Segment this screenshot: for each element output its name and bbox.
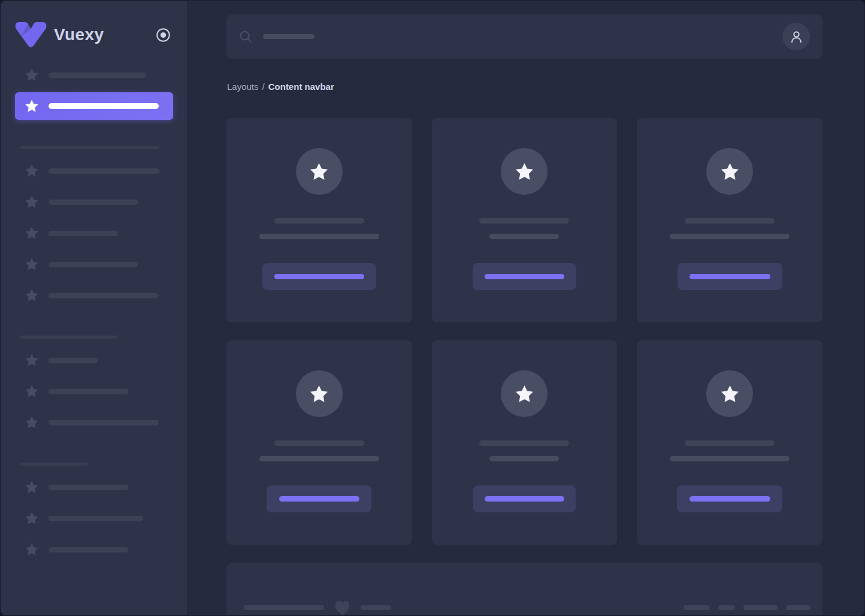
star-icon [25, 384, 39, 398]
sidebar-menu [15, 61, 173, 563]
card-subtitle-skeleton [489, 456, 559, 461]
star-icon [515, 162, 534, 182]
sidebar-item[interactable] [15, 282, 173, 309]
footer-link-skeleton [683, 605, 710, 610]
user-avatar[interactable] [782, 23, 810, 50]
button-label-skeleton [485, 496, 564, 502]
sidebar-pin-toggle[interactable] [156, 28, 171, 43]
card-subtitle-skeleton [259, 456, 379, 461]
feature-card [637, 340, 822, 545]
star-icon [25, 511, 39, 526]
heart-icon [334, 599, 351, 615]
breadcrumb: Layouts / Content navbar [227, 81, 822, 92]
feature-card [226, 118, 412, 322]
sidebar-item-active[interactable] [15, 92, 173, 120]
card-title-skeleton [685, 218, 775, 224]
card-title-skeleton [479, 218, 569, 224]
sidebar-item[interactable] [15, 505, 173, 532]
sidebar-item[interactable] [15, 250, 173, 278]
card-avatar-circle [501, 148, 548, 195]
sidebar-item[interactable] [15, 157, 173, 185]
card-avatar-circle [706, 370, 753, 417]
button-label-skeleton [689, 274, 770, 279]
star-icon [25, 226, 39, 240]
card-button[interactable] [473, 263, 576, 290]
sidebar-item-label-skeleton [49, 262, 138, 267]
sidebar-item[interactable] [15, 61, 173, 89]
star-icon [25, 164, 39, 178]
app-window: Vuexy [0, 0, 865, 616]
star-icon [309, 384, 329, 404]
card-subtitle-skeleton [489, 234, 559, 239]
sidebar-item-label-skeleton [49, 73, 146, 78]
breadcrumb-parent[interactable]: Layouts [227, 81, 259, 92]
footer-credit-skeleton [361, 605, 391, 610]
page-footer [226, 563, 822, 615]
footer-link-skeleton [718, 605, 735, 610]
sidebar-section-divider [20, 336, 118, 339]
person-icon [788, 29, 804, 45]
search-icon [239, 30, 253, 44]
star-icon [720, 384, 740, 404]
sidebar-item-label-skeleton [49, 516, 143, 521]
search-input[interactable] [239, 30, 782, 44]
sidebar-item[interactable] [15, 409, 173, 436]
radio-circle-icon [156, 28, 171, 43]
card-title-skeleton [274, 218, 364, 224]
card-avatar-circle [501, 370, 548, 417]
card-button[interactable] [267, 485, 371, 512]
star-icon [309, 162, 329, 182]
button-label-skeleton [274, 274, 364, 279]
sidebar-header: Vuexy [15, 22, 173, 48]
star-icon [25, 480, 39, 494]
card-title-skeleton [479, 440, 569, 446]
sidebar-item-label-skeleton [49, 103, 159, 109]
sidebar-item[interactable] [15, 346, 173, 374]
card-title-skeleton [685, 440, 775, 446]
star-icon [515, 384, 534, 404]
footer-copyright-skeleton [244, 605, 324, 610]
feature-card [226, 340, 412, 545]
sidebar-item[interactable] [15, 536, 173, 563]
breadcrumb-separator: / [262, 81, 265, 92]
sidebar-item[interactable] [15, 188, 173, 216]
sidebar-item-label-skeleton [49, 485, 128, 490]
feature-card [637, 118, 822, 322]
sidebar-item[interactable] [15, 378, 173, 405]
card-subtitle-skeleton [670, 456, 790, 461]
sidebar-item-label-skeleton [49, 293, 159, 298]
feature-card [432, 340, 618, 545]
star-icon [25, 195, 39, 209]
card-button[interactable] [262, 263, 376, 290]
card-avatar-circle [296, 370, 343, 417]
sidebar-item-label-skeleton [49, 420, 159, 425]
card-button[interactable] [678, 263, 782, 290]
button-label-skeleton [279, 496, 359, 502]
top-navbar [226, 14, 822, 59]
sidebar-item-label-skeleton [49, 200, 138, 205]
sidebar-section-divider [20, 146, 159, 149]
vuexy-logo-icon [15, 22, 47, 47]
footer-left-skeleton [244, 580, 391, 615]
button-label-skeleton [689, 496, 770, 502]
card-title-skeleton [274, 440, 364, 446]
card-button[interactable] [473, 485, 576, 512]
card-avatar-circle [706, 148, 753, 195]
button-label-skeleton [485, 274, 564, 279]
breadcrumb-current: Content navbar [268, 81, 334, 92]
star-icon [25, 257, 39, 271]
card-button[interactable] [677, 485, 782, 512]
sidebar-item-label-skeleton [49, 547, 128, 552]
sidebar-item[interactable] [15, 473, 173, 501]
footer-link-skeleton [743, 605, 778, 610]
sidebar-item-label-skeleton [49, 231, 118, 236]
card-avatar-circle [296, 148, 343, 195]
brand-link[interactable]: Vuexy [15, 22, 104, 47]
sidebar-item[interactable] [15, 219, 173, 247]
star-icon [25, 353, 39, 367]
star-icon [720, 162, 740, 182]
brand-name: Vuexy [54, 25, 104, 44]
sidebar-item-label-skeleton [49, 389, 128, 394]
card-subtitle-skeleton [670, 234, 790, 239]
star-icon [25, 542, 39, 557]
